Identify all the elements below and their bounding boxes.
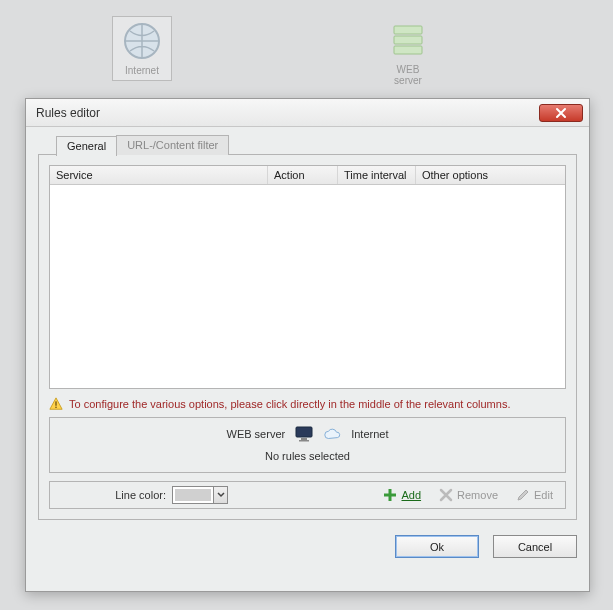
- desktop-icon-webserver[interactable]: WEB server: [378, 16, 438, 90]
- edit-button: Edit: [510, 486, 559, 504]
- endpoint-right-label: Internet: [351, 428, 388, 440]
- line-color-label: Line color:: [56, 489, 166, 501]
- rules-editor-dialog: Rules editor General URL-/Content filter…: [25, 98, 590, 592]
- desktop-icon-label: Internet: [117, 65, 167, 76]
- col-service[interactable]: Service: [50, 166, 268, 184]
- svg-rect-5: [55, 407, 56, 408]
- warning-text: To configure the various options, please…: [69, 398, 510, 410]
- close-icon: [555, 107, 567, 119]
- tab-panel-general: Service Action Time interval Other optio…: [38, 154, 577, 520]
- globe-icon: [122, 21, 162, 61]
- titlebar: Rules editor: [26, 99, 589, 127]
- desktop-icon-internet[interactable]: Internet: [112, 16, 172, 81]
- ok-button[interactable]: Ok: [395, 535, 479, 558]
- no-rules-text: No rules selected: [50, 450, 565, 462]
- svg-rect-10: [384, 494, 396, 497]
- tab-url-content-filter[interactable]: URL-/Content filter: [116, 135, 229, 155]
- cloud-icon: [323, 427, 341, 441]
- tab-general[interactable]: General: [56, 136, 117, 156]
- svg-rect-2: [394, 36, 422, 44]
- tab-strip: General URL-/Content filter: [56, 135, 577, 155]
- col-other[interactable]: Other options: [416, 166, 565, 184]
- cancel-button[interactable]: Cancel: [493, 535, 577, 558]
- toolbar: Line color: Add Remove: [49, 481, 566, 509]
- config-warning: To configure the various options, please…: [49, 397, 566, 411]
- dialog-buttons: Ok Cancel: [38, 535, 577, 558]
- col-action[interactable]: Action: [268, 166, 338, 184]
- svg-rect-6: [296, 427, 312, 437]
- color-swatch: [175, 489, 211, 501]
- close-button[interactable]: [539, 104, 583, 122]
- endpoint-left-label: WEB server: [227, 428, 286, 440]
- rules-list[interactable]: Service Action Time interval Other optio…: [49, 165, 566, 389]
- column-headers: Service Action Time interval Other optio…: [50, 166, 565, 185]
- line-color-combo[interactable]: [172, 486, 228, 504]
- x-icon: [439, 488, 453, 502]
- col-time[interactable]: Time interval: [338, 166, 416, 184]
- endpoints-panel: WEB server Internet No rules selected: [49, 417, 566, 473]
- dialog-title: Rules editor: [36, 106, 539, 120]
- svg-rect-8: [299, 440, 309, 442]
- svg-rect-4: [55, 401, 56, 405]
- remove-button: Remove: [433, 486, 504, 504]
- server-icon: [388, 20, 428, 60]
- pencil-icon: [516, 488, 530, 502]
- svg-rect-1: [394, 26, 422, 34]
- warning-icon: [49, 397, 63, 411]
- svg-rect-7: [301, 438, 307, 440]
- desktop-icon-label: WEB server: [382, 64, 434, 86]
- plus-icon: [383, 488, 397, 502]
- svg-rect-3: [394, 46, 422, 54]
- chevron-down-icon: [213, 487, 227, 503]
- add-button[interactable]: Add: [377, 486, 427, 504]
- monitor-icon: [295, 426, 313, 442]
